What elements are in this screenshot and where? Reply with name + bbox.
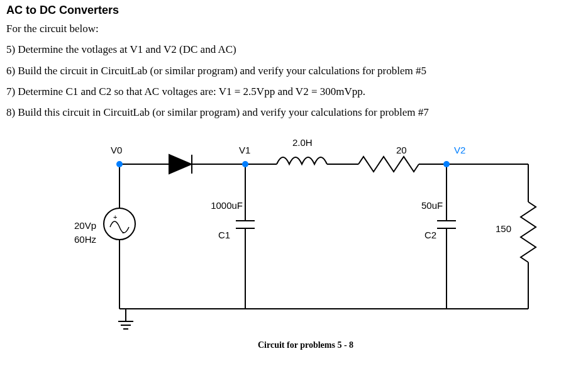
node-v0-dot bbox=[116, 161, 123, 167]
svg-text:-: - bbox=[122, 228, 125, 236]
source-freq: 60Hz bbox=[74, 235, 96, 244]
series-resistor-value: 20 bbox=[396, 145, 407, 155]
question-8: 8) Build this circuit in CircuitLab (or … bbox=[6, 106, 582, 119]
node-v2-label: V2 bbox=[454, 145, 465, 155]
circuit-caption: Circuit for problems 5 - 8 bbox=[258, 340, 353, 350]
c2-value: 50uF bbox=[421, 201, 443, 210]
circuit-diagram: + - V0 V1 V2 2.0H 20 1000uF C1 50uF C2 1… bbox=[6, 126, 582, 359]
source-peak: 20Vp bbox=[74, 221, 96, 230]
svg-point-21 bbox=[104, 208, 135, 240]
node-v1-label: V1 bbox=[239, 145, 250, 155]
node-v0-label: V0 bbox=[111, 145, 122, 155]
node-v2-dot bbox=[443, 161, 450, 167]
intro-text: For the circuit below: bbox=[6, 22, 582, 35]
node-v1-dot bbox=[242, 161, 248, 167]
page-title: AC to DC Converters bbox=[6, 4, 582, 17]
svg-marker-1 bbox=[169, 155, 191, 174]
c2-name: C2 bbox=[424, 230, 436, 240]
question-6: 6) Build the circuit in CircuitLab (or s… bbox=[6, 64, 582, 77]
inductor-value: 2.0H bbox=[292, 138, 313, 147]
c1-value: 1000uF bbox=[208, 201, 243, 210]
load-resistor-value: 150 bbox=[496, 224, 511, 233]
c1-name: C1 bbox=[218, 230, 230, 240]
question-5: 5) Determine the votlages at V1 and V2 (… bbox=[6, 43, 582, 56]
svg-text:+: + bbox=[113, 213, 117, 221]
question-7: 7) Determine C1 and C2 so that AC voltag… bbox=[6, 85, 582, 98]
